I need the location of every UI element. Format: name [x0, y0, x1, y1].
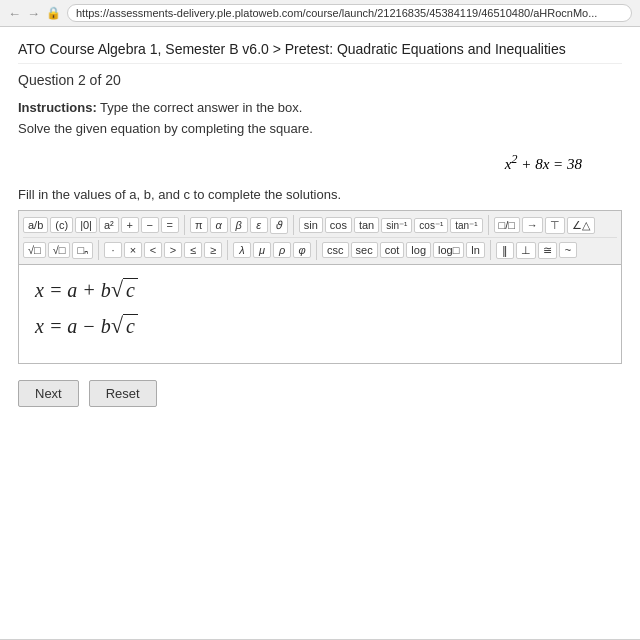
course-title: ATO Course Algebra 1, Semester B v6.0 > …: [18, 41, 622, 64]
toolbar-ln[interactable]: ln: [466, 242, 485, 258]
toolbar-leq[interactable]: ≤: [184, 242, 202, 258]
equation-text: x2 + 8x = 38: [505, 156, 582, 172]
toolbar-angle[interactable]: ∠△: [567, 217, 595, 234]
toolbar-top[interactable]: ⊤: [545, 217, 565, 234]
buttons-row: Next Reset: [18, 380, 622, 407]
equation-display: x2 + 8x = 38: [18, 152, 622, 173]
answer-line-2: x = a − b√c: [35, 313, 605, 339]
instructions: Instructions: Type the correct answer in…: [18, 100, 622, 115]
toolbar-sqrt[interactable]: √□: [23, 242, 46, 258]
toolbar-arctan[interactable]: tan⁻¹: [450, 218, 482, 233]
toolbar-minus[interactable]: −: [141, 217, 159, 233]
toolbar-sec[interactable]: sec: [351, 242, 378, 258]
toolbar-perp[interactable]: ⊥: [516, 242, 536, 259]
toolbar-mu[interactable]: μ: [253, 242, 271, 258]
toolbar-plus[interactable]: +: [121, 217, 139, 233]
toolbar-lt[interactable]: <: [144, 242, 162, 258]
toolbar-tan[interactable]: tan: [354, 217, 379, 233]
toolbar-arcsin[interactable]: sin⁻¹: [381, 218, 412, 233]
toolbar-subscript[interactable]: □ₙ: [72, 242, 93, 259]
divider-7: [490, 240, 491, 260]
toolbar-congruent[interactable]: ≅: [538, 242, 557, 259]
toolbar-row-2: √□ √□ □ₙ · × < > ≤ ≥ λ μ ρ φ csc sec cot…: [23, 240, 577, 260]
toolbar-cot[interactable]: cot: [380, 242, 405, 258]
toolbar-geq[interactable]: ≥: [204, 242, 222, 258]
toolbar-cos[interactable]: cos: [325, 217, 352, 233]
toolbar-abs[interactable]: |0|: [75, 217, 97, 233]
toolbar-gt[interactable]: >: [164, 242, 182, 258]
divider-2: [293, 215, 294, 235]
toolbar-pi[interactable]: π: [190, 217, 208, 233]
toolbar-superscript[interactable]: a²: [99, 217, 119, 233]
page-content: ATO Course Algebra 1, Semester B v6.0 > …: [0, 27, 640, 639]
toolbar-arccos[interactable]: cos⁻¹: [414, 218, 448, 233]
problem-statement: Solve the given equation by completing t…: [18, 121, 622, 136]
divider-1: [184, 215, 185, 235]
answer-box[interactable]: x = a + b√c x = a − b√c: [18, 264, 622, 364]
toolbar-tilde[interactable]: ~: [559, 242, 577, 258]
toolbar-fraction[interactable]: a/b: [23, 217, 48, 233]
toolbar-alpha[interactable]: α: [210, 217, 228, 233]
secure-icon: 🔒: [46, 6, 61, 20]
math-toolbar: a/b (c) |0| a² + − = π α β ε ϑ sin cos t…: [18, 210, 622, 264]
toolbar-times[interactable]: ×: [124, 242, 142, 258]
back-arrow[interactable]: ←: [8, 6, 21, 21]
url-bar[interactable]: https://assessments-delivery.ple.platowe…: [67, 4, 632, 22]
toolbar-dot[interactable]: ·: [104, 242, 122, 258]
toolbar-box-frac[interactable]: □/□: [494, 217, 520, 233]
question-number: Question 2 of 20: [18, 72, 622, 88]
toolbar-parallel[interactable]: ‖: [496, 242, 514, 259]
divider-6: [316, 240, 317, 260]
toolbar-lambda[interactable]: λ: [233, 242, 251, 258]
instructions-text: Type the correct answer in the box.: [97, 100, 303, 115]
toolbar-rho[interactable]: ρ: [273, 242, 291, 258]
answer-line-1-text: x = a + b√c: [35, 279, 138, 301]
browser-bar: ← → 🔒 https://assessments-delivery.ple.p…: [0, 0, 640, 27]
answer-line-2-text: x = a − b√c: [35, 315, 138, 337]
toolbar-csc[interactable]: csc: [322, 242, 349, 258]
toolbar-epsilon[interactable]: ε: [250, 217, 268, 233]
toolbar-arrow[interactable]: →: [522, 217, 543, 233]
toolbar-equals[interactable]: =: [161, 217, 179, 233]
instructions-label: Instructions:: [18, 100, 97, 115]
next-button[interactable]: Next: [18, 380, 79, 407]
fill-instruction: Fill in the values of a, b, and c to com…: [18, 187, 622, 202]
toolbar-paren[interactable]: (c): [50, 217, 73, 233]
toolbar-logn[interactable]: log□: [433, 242, 464, 258]
divider-5: [227, 240, 228, 260]
divider-3: [488, 215, 489, 235]
toolbar-sin[interactable]: sin: [299, 217, 323, 233]
toolbar-row-1: a/b (c) |0| a² + − = π α β ε ϑ sin cos t…: [23, 215, 595, 235]
answer-line-1: x = a + b√c: [35, 277, 605, 303]
toolbar-theta[interactable]: ϑ: [270, 217, 288, 234]
toolbar-sqrt2[interactable]: √□: [48, 242, 71, 258]
reset-button[interactable]: Reset: [89, 380, 157, 407]
forward-arrow[interactable]: →: [27, 6, 40, 21]
toolbar-phi[interactable]: φ: [293, 242, 311, 258]
divider-4: [98, 240, 99, 260]
toolbar-log[interactable]: log: [406, 242, 431, 258]
toolbar-beta[interactable]: β: [230, 217, 248, 233]
exponent: 2: [511, 152, 517, 166]
